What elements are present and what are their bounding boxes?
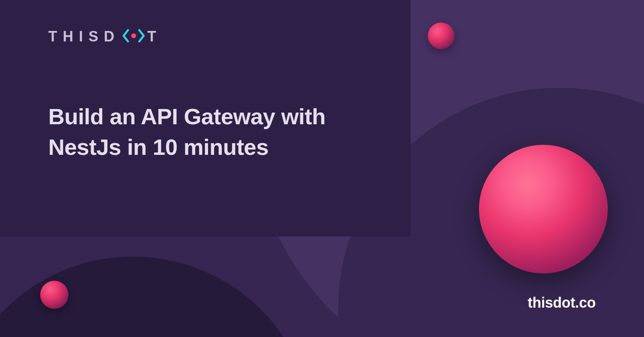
svg-point-0: [131, 33, 136, 38]
thisdot-logo-icon: [122, 29, 145, 43]
logo-text-before: THISD: [48, 28, 120, 45]
decorative-sphere-large: [479, 145, 608, 273]
decorative-sphere-small-top: [428, 23, 454, 49]
text-panel: THISD T Build an API Gateway with NestJs…: [0, 0, 411, 236]
website-url: thisdot.co: [528, 294, 596, 311]
decorative-sphere-small-bottom: [40, 281, 68, 309]
page-title: Build an API Gateway with NestJs in 10 m…: [48, 101, 362, 162]
brand-logo: THISD T: [48, 28, 362, 45]
logo-text-after: T: [147, 28, 162, 45]
banner-canvas: THISD T Build an API Gateway with NestJs…: [0, 0, 644, 337]
